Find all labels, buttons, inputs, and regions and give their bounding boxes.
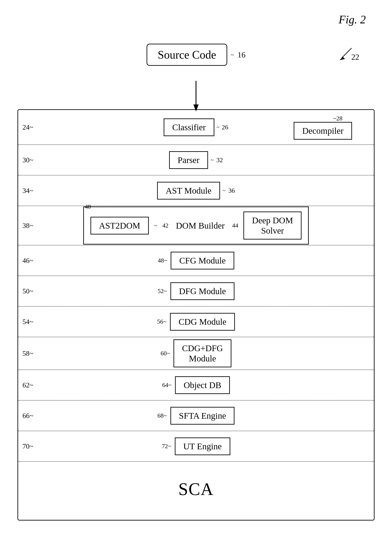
ref-40-label: 40 <box>85 203 91 210</box>
row9-content: 64~ Object DB <box>18 376 374 394</box>
source-code-box: Source Code <box>147 44 227 66</box>
classifier-group: Classifier ~ 26 <box>164 118 228 136</box>
dfg-module-box: DFG Module <box>170 282 234 300</box>
sca-container: SCA 24~ Classifier ~ 26 ~28 Decompiler 3… <box>18 109 374 520</box>
ref-44: 44 <box>232 222 238 229</box>
row-object-db: 62~ 64~ Object DB <box>18 370 374 401</box>
row4-left-ref: 38~ <box>23 222 33 230</box>
row-parser: 30~ Parser ~ 32 <box>18 145 374 175</box>
dom-builder-outer-box: 40 AST2DOM ~ 42 DOM Builder 44 Deep DOMS… <box>83 206 309 244</box>
row8-left-ref: 58~ <box>23 349 33 357</box>
ref-42: 42 <box>162 222 168 229</box>
tilde-36: ~ <box>223 187 226 194</box>
tilde-42: ~ <box>154 222 157 229</box>
ref-72-label: 72~ <box>162 443 171 450</box>
ref-52-label: 52~ <box>158 288 167 295</box>
row7-content: 56~ CDG Module <box>18 313 374 331</box>
row6-content: 52~ DFG Module <box>18 282 374 300</box>
classifier-box: Classifier <box>164 118 214 136</box>
ref-56-label: 56~ <box>157 318 167 325</box>
arrow-22-icon <box>338 46 354 61</box>
cfg-module-box: CFG Module <box>171 252 234 269</box>
ast2dom-box: AST2DOM <box>90 217 149 234</box>
tilde-32: ~ <box>211 157 214 163</box>
row3-left-ref: 34~ <box>23 187 33 195</box>
row1-left-ref: 24~ <box>23 123 33 131</box>
cdg-module-box: CDG Module <box>170 313 235 331</box>
ref-36: 36 <box>228 187 235 194</box>
parser-box: Parser <box>169 151 208 169</box>
row9-left-ref: 62~ <box>23 381 33 389</box>
source-code-container: Source Code ~ 16 <box>147 44 245 66</box>
ref-64-label: 64~ <box>162 382 172 388</box>
tilde-26: ~ <box>217 124 219 131</box>
ast-module-box: AST Module <box>157 182 220 200</box>
ref-60-label: 60~ <box>161 350 170 357</box>
row2-left-ref: 30~ <box>23 156 33 164</box>
row-cdgdfg-module: 58~ 60~ CDG+DFGModule <box>18 337 374 370</box>
row-ut-engine: 70~ 72~ UT Engine <box>18 431 374 462</box>
row1-content: Classifier ~ 26 ~28 Decompiler <box>18 118 374 136</box>
ref-48-label: 48~ <box>158 257 167 264</box>
row-cfg-module: 46~ 48~ CFG Module <box>18 245 374 276</box>
decompiler-group: ~28 Decompiler <box>294 115 352 140</box>
row11-left-ref: 70~ <box>23 442 33 450</box>
ref-26: 26 <box>222 123 228 131</box>
ref-28-label: ~28 <box>333 115 342 122</box>
row-sfta-engine: 66~ 68~ SFTA Engine <box>18 401 374 431</box>
deep-dom-solver-box: Deep DOMSolver <box>243 211 302 239</box>
object-db-box: Object DB <box>175 376 230 394</box>
row4-content: 40 AST2DOM ~ 42 DOM Builder 44 Deep DOMS… <box>18 206 374 244</box>
row5-content: 48~ CFG Module <box>18 252 374 269</box>
row6-left-ref: 50~ <box>23 287 33 295</box>
row11-content: 72~ UT Engine <box>18 437 374 455</box>
row-classifier: 24~ Classifier ~ 26 ~28 Decompiler <box>18 110 374 145</box>
row-dfg-module: 50~ 52~ DFG Module <box>18 276 374 307</box>
row5-left-ref: 46~ <box>23 257 33 265</box>
row-dom-builder: 38~ 40 AST2DOM ~ 42 DOM Builder 44 Deep … <box>18 206 374 245</box>
row2-content: Parser ~ 32 <box>18 151 374 169</box>
row8-content: 60~ CDG+DFGModule <box>18 339 374 367</box>
figure-label: Fig. 2 <box>339 13 366 26</box>
row10-left-ref: 66~ <box>23 412 33 420</box>
row3-content: AST Module ~ 36 <box>18 182 374 200</box>
ref-16: 16 <box>238 50 245 59</box>
decompiler-box: Decompiler <box>294 122 352 140</box>
sca-label: SCA <box>178 479 214 499</box>
ut-engine-box: UT Engine <box>175 437 230 455</box>
dom-builder-label: DOM Builder <box>176 220 225 231</box>
ref-68-label: 68~ <box>158 412 167 419</box>
sfta-engine-box: SFTA Engine <box>170 407 235 425</box>
row7-left-ref: 54~ <box>23 318 33 326</box>
row-ast-module: 34~ AST Module ~ 36 <box>18 175 374 206</box>
cdgdfg-module-box: CDG+DFGModule <box>173 339 231 367</box>
row-cdg-module: 54~ 56~ CDG Module <box>18 307 374 337</box>
main-down-arrow <box>192 81 200 112</box>
row10-content: 68~ SFTA Engine <box>18 407 374 425</box>
ref-32: 32 <box>216 156 223 164</box>
svg-line-0 <box>342 48 352 58</box>
tilde-16: ~ <box>231 51 234 58</box>
